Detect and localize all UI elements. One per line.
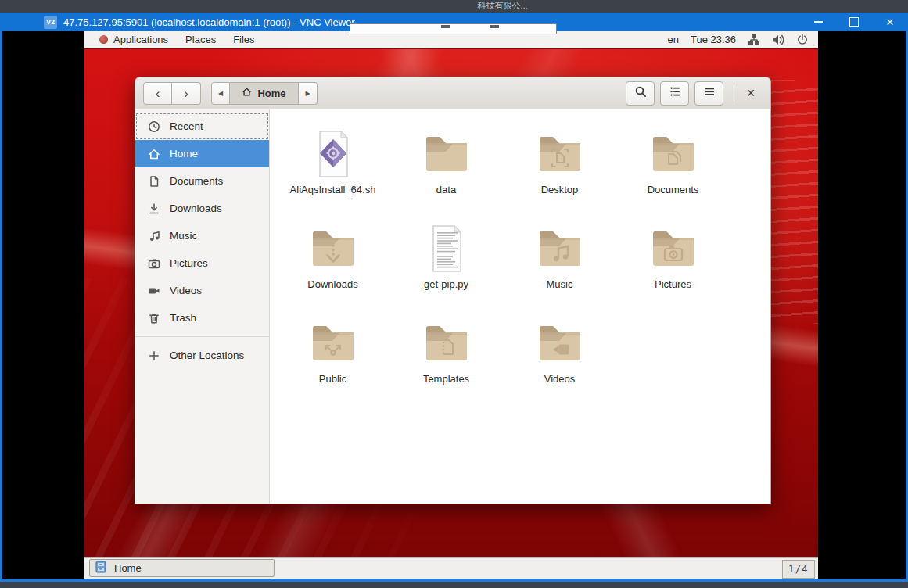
places-sidebar: Recent Home Documents Downloads Music Pi… [135,109,270,504]
applications-menu-icon [99,35,108,44]
minimize-button[interactable] [800,13,836,31]
search-icon [634,85,647,101]
maximize-button[interactable] [836,13,872,31]
file-item-label: Public [319,374,346,385]
list-view-icon [669,85,681,101]
sidebar-item-label: Downloads [170,203,222,214]
taskbar-window-label: Home [114,562,142,574]
sidebar-separator [135,336,269,337]
volume-icon[interactable] [772,34,784,46]
current-location-label: Home [257,88,285,99]
shell-script-file-icon [308,129,358,179]
file-item-documents[interactable]: Documents [616,129,730,224]
topbar-menus: Applications Places Files [91,34,264,45]
file-item-label: Desktop [541,185,579,196]
recent-clock-icon [147,120,160,133]
sidebar-item-other-locations[interactable]: Other Locations [135,342,269,369]
toolbar-peek-mark [490,25,499,28]
files-menu[interactable]: Files [224,34,263,45]
sidebar-item-recent[interactable]: Recent [135,113,269,140]
clock[interactable]: Tue 23:36 [691,34,736,45]
sidebar-item-videos[interactable]: Videos [135,277,269,304]
file-manager-headerbar[interactable]: ‹ › ◀ Home ▶ [135,77,771,109]
trash-icon [147,312,160,324]
sidebar-item-documents[interactable]: Documents [135,167,269,195]
file-item-label: Templates [423,374,469,385]
file-item-aliaqsinstall-64-sh[interactable]: AliAqsInstall_64.sh [276,129,389,224]
file-item-desktop[interactable]: Desktop [503,129,616,224]
taskbar-window-button-home[interactable]: Home [89,559,275,577]
file-item-videos[interactable]: Videos [503,318,616,413]
path-scroll-left-button[interactable]: ◀ [211,82,230,105]
letterbox-left [2,31,84,579]
file-item-label: Downloads [307,279,357,291]
back-button[interactable]: ‹ [143,82,172,105]
document-icon [147,175,160,188]
window-close-button[interactable]: ✕ [739,81,763,106]
file-grid[interactable]: AliAqsInstall_64.sh data Desktop Documen… [270,109,770,504]
background-window-titlebar: 科技有限公... [0,0,908,13]
search-button[interactable] [626,81,655,106]
headerbar-separator [734,83,734,103]
plus-icon [147,350,160,362]
vnc-frame-border [0,579,908,582]
places-menu[interactable]: Places [177,34,224,45]
file-item-pictures[interactable]: Pictures [616,224,730,318]
sidebar-item-label: Home [170,148,198,160]
places-menu-label: Places [185,34,216,45]
path-scroll-right-button[interactable]: ▶ [299,82,318,105]
file-item-label: AliAqsInstall_64.sh [290,185,376,196]
file-item-data[interactable]: data [389,129,503,224]
file-item-label: get-pip.py [424,279,468,291]
vnc-toolbar-peek[interactable] [350,23,557,34]
sidebar-item-trash[interactable]: Trash [135,304,269,332]
sidebar-item-label: Recent [170,120,203,132]
forward-button[interactable]: › [172,82,201,105]
vnc-logo-icon: V2 [44,16,57,29]
menu-button[interactable] [694,81,723,106]
applications-menu-label: Applications [113,34,168,45]
keyboard-layout-indicator[interactable]: en [667,34,678,45]
power-icon[interactable] [796,34,809,46]
file-item-templates[interactable]: Templates [389,318,503,413]
file-item-downloads[interactable]: Downloads [276,224,389,318]
headerbar-actions: ✕ [620,81,763,106]
files-menu-label: Files [233,34,254,45]
video-camera-icon [147,285,160,297]
letterbox-right [818,31,906,579]
close-button[interactable]: ✕ [872,13,908,31]
close-icon: ✕ [886,17,895,27]
file-item-label: Music [547,279,573,291]
download-arrow-icon [147,203,160,215]
file-cabinet-icon [95,561,107,575]
file-item-label: Documents [648,185,699,196]
camera-icon [147,257,160,270]
window-controls: ✕ [800,13,908,31]
vnc-viewer-window: 科技有限公... V2 47.75.127.95:5901 (localhost… [0,0,908,588]
sidebar-item-label: Music [170,230,197,242]
sidebar-item-home[interactable]: Home [135,140,269,167]
toolbar-peek-mark [441,25,450,28]
file-item-get-pip-py[interactable]: get-pip.py [389,224,503,318]
current-location-button[interactable]: Home [230,82,299,105]
workspace-indicator[interactable]: 1/4 [782,560,815,579]
close-icon: ✕ [746,87,755,99]
home-icon [242,87,252,99]
folder-plain-icon [422,129,472,179]
triangle-right-icon: ▶ [305,90,310,97]
file-item-public[interactable]: Public [276,318,389,413]
hamburger-menu-icon [703,85,716,101]
back-icon: ‹ [156,87,160,100]
file-item-music[interactable]: Music [503,224,616,318]
list-view-button[interactable] [660,81,689,106]
sidebar-item-downloads[interactable]: Downloads [135,195,269,222]
applications-menu[interactable]: Applications [91,34,177,45]
file-item-label: Pictures [655,279,691,291]
folder-downloads-icon [308,224,358,274]
sidebar-item-music[interactable]: Music [135,222,269,249]
network-icon[interactable] [748,34,760,46]
sidebar-item-pictures[interactable]: Pictures [135,249,269,277]
sidebar-item-label: Documents [170,175,223,187]
navigation-buttons: ‹ › [143,82,201,105]
sidebar-item-label: Videos [170,285,202,296]
